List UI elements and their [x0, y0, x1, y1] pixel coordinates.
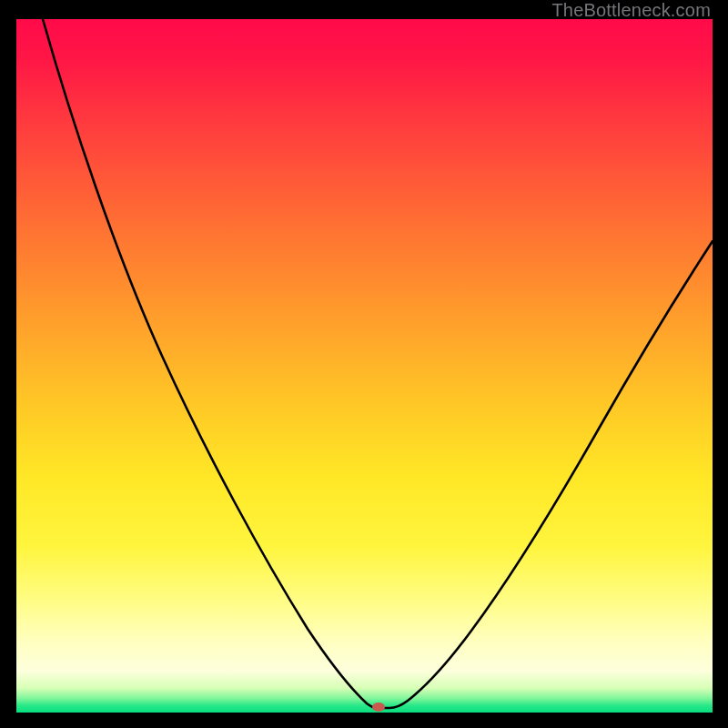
min-point-marker [372, 703, 385, 712]
v-curve [43, 19, 713, 708]
plot-area: path[data-name="bottleneck-curve"]{displ… [16, 19, 713, 713]
chart-frame: path[data-name="bottleneck-curve"]{displ… [0, 0, 728, 728]
watermark-text: TheBottleneck.com [551, 0, 711, 21]
curve-layer: path[data-name="bottleneck-curve"]{displ… [16, 19, 713, 713]
